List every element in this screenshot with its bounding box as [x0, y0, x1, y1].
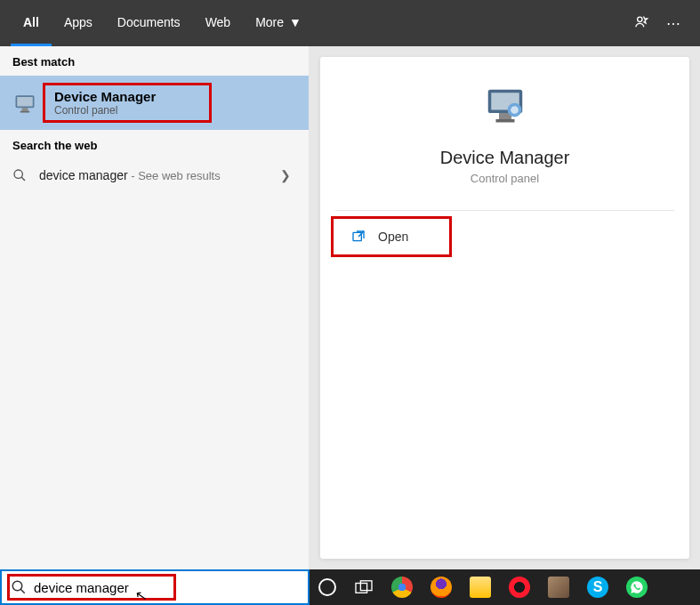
filter-tabs: All Apps Documents Web More ▼ — [11, 0, 314, 46]
taskbar-search-box[interactable]: ↖ — [0, 569, 310, 605]
device-manager-icon — [12, 91, 37, 116]
web-result-text: device manager - See web results — [39, 168, 280, 182]
svg-rect-4 — [20, 110, 30, 112]
search-icon — [12, 168, 28, 182]
file-explorer-icon[interactable] — [470, 577, 491, 598]
search-icon — [11, 579, 27, 595]
svg-point-14 — [12, 581, 22, 591]
search-filter-tabs-bar: All Apps Documents Web More ▼ ⋯ — [0, 0, 700, 46]
results-panel: Best match Device Manager Control panel … — [0, 46, 310, 569]
tab-documents[interactable]: Documents — [105, 0, 193, 46]
feedback-icon[interactable] — [632, 14, 650, 32]
detail-panel: Device Manager Control panel Open — [310, 46, 700, 569]
tab-all[interactable]: All — [11, 0, 52, 46]
firefox-icon[interactable] — [430, 577, 452, 598]
skype-icon[interactable]: S — [587, 577, 608, 598]
chrome-icon[interactable] — [391, 577, 413, 598]
svg-line-15 — [20, 589, 25, 593]
open-icon — [351, 230, 366, 244]
svg-line-6 — [21, 177, 25, 181]
svg-rect-17 — [360, 581, 372, 591]
result-subtitle: Control panel — [54, 104, 200, 117]
svg-rect-2 — [17, 97, 33, 107]
svg-rect-16 — [356, 584, 367, 593]
options-icon[interactable]: ⋯ — [666, 15, 680, 32]
open-label: Open — [378, 230, 408, 244]
tab-more[interactable]: More ▼ — [243, 0, 314, 46]
caret-down-icon: ▼ — [289, 15, 302, 29]
best-match-result[interactable]: Device Manager Control panel — [0, 76, 309, 130]
annotation-box: Device Manager Control panel — [43, 83, 212, 123]
svg-point-12 — [511, 106, 519, 114]
svg-rect-13 — [353, 232, 361, 240]
whatsapp-icon[interactable] — [626, 577, 648, 598]
tab-apps[interactable]: Apps — [52, 0, 105, 46]
detail-title: Device Manager — [440, 148, 570, 168]
svg-rect-10 — [495, 119, 514, 123]
best-match-header: Best match — [0, 46, 309, 76]
result-title: Device Manager — [54, 89, 200, 104]
opera-icon[interactable] — [509, 577, 530, 598]
web-result-item[interactable]: device manager - See web results ❯ — [0, 159, 309, 191]
detail-subtitle: Control panel — [471, 172, 539, 185]
tab-web[interactable]: Web — [193, 0, 244, 46]
writer-icon[interactable] — [548, 577, 569, 598]
open-button[interactable]: Open — [331, 216, 452, 257]
svg-point-0 — [638, 17, 642, 21]
chevron-right-icon: ❯ — [280, 168, 291, 182]
svg-rect-3 — [22, 108, 28, 111]
divider — [335, 210, 675, 211]
svg-point-5 — [14, 170, 22, 178]
cortana-icon[interactable] — [318, 578, 336, 596]
task-view-icon[interactable] — [354, 579, 374, 595]
device-manager-large-icon — [480, 82, 530, 132]
taskbar-tray: S — [310, 569, 700, 605]
taskbar: ↖ S — [0, 569, 700, 605]
search-web-header: Search the web — [0, 130, 309, 159]
search-input[interactable] — [27, 575, 299, 601]
